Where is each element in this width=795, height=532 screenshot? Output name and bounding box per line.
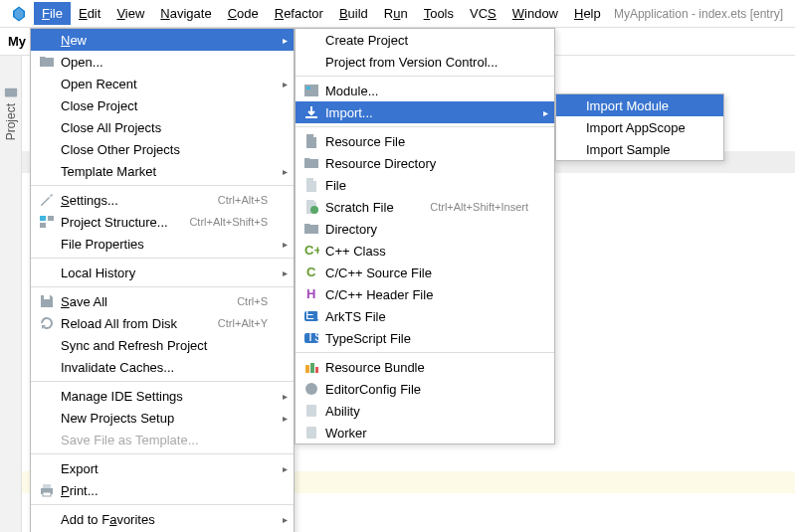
tool-window-bar-left: Project [0, 56, 22, 532]
save-icon [39, 293, 55, 309]
menu-vcs[interactable]: VCS [462, 2, 504, 25]
svg-text:TS: TS [306, 330, 319, 344]
new-submenu: Create Project Project from Version Cont… [295, 28, 555, 444]
svg-rect-2 [48, 216, 54, 221]
file-save-all[interactable]: Save AllCtrl+S [31, 290, 294, 312]
file-dropdown-menu: New▸ Open... Open Recent▸ Close Project … [30, 28, 295, 532]
menu-run[interactable]: Run [376, 2, 416, 25]
new-resource-directory[interactable]: Resource Directory [296, 152, 554, 174]
menu-edit[interactable]: Edit [71, 2, 108, 25]
new-resource-bundle[interactable]: Resource Bundle [296, 356, 554, 378]
bundle-icon [303, 359, 319, 375]
window-title: MyApplication - index.ets [entry] [614, 7, 795, 21]
project-structure-icon [39, 214, 55, 230]
print-icon [39, 482, 55, 498]
svg-rect-20 [310, 363, 314, 373]
new-scratch-file[interactable]: Scratch FileCtrl+Alt+Shift+Insert [296, 196, 554, 218]
import-appscope[interactable]: Import AppScope [556, 116, 723, 138]
editorconfig-icon [303, 381, 319, 397]
project-tool-label[interactable]: Project [4, 103, 18, 140]
file-properties[interactable]: File Properties▸ [31, 233, 294, 255]
svg-point-22 [305, 383, 317, 395]
new-cpp-header[interactable]: HC/C++ Header File [296, 283, 554, 305]
file-open[interactable]: Open... [31, 51, 294, 73]
new-import[interactable]: Import...▸ [296, 101, 554, 123]
reload-icon [39, 315, 55, 331]
new-directory[interactable]: Directory [296, 218, 554, 240]
new-ability[interactable]: Ability [296, 400, 554, 422]
menu-separator [31, 185, 294, 186]
new-cpp-source[interactable]: CC/C++ Source File [296, 262, 554, 283]
module-icon [303, 83, 319, 98]
svg-rect-3 [40, 223, 46, 228]
svg-rect-1 [40, 216, 46, 221]
new-worker[interactable]: Worker [296, 422, 554, 443]
file-project-structure[interactable]: Project Structure...Ctrl+Alt+Shift+S [31, 211, 294, 233]
new-arkts-file[interactable]: ETSArkTS File [296, 305, 554, 327]
new-project-from-vcs[interactable]: Project from Version Control... [296, 51, 554, 73]
file-manage-ide-settings[interactable]: Manage IDE Settings▸ [31, 385, 294, 407]
import-module[interactable]: Import Module [556, 94, 723, 116]
file-local-history[interactable]: Local History▸ [31, 262, 294, 283]
file-template-market[interactable]: Template Market▸ [31, 160, 294, 182]
file-close-other-projects[interactable]: Close Other Projects [31, 138, 294, 160]
file-sync-refresh[interactable]: Sync and Refresh Project [31, 334, 294, 356]
ability-icon [303, 403, 319, 419]
menu-help[interactable]: Help [566, 2, 609, 25]
menu-build[interactable]: Build [331, 2, 376, 25]
menu-separator [296, 126, 554, 127]
menu-window[interactable]: Window [504, 2, 566, 25]
file-settings[interactable]: Settings...Ctrl+Alt+S [31, 189, 294, 211]
file-print[interactable]: Print... [31, 479, 294, 501]
svg-text:H: H [306, 286, 315, 301]
file-icon [303, 133, 319, 149]
new-create-project[interactable]: Create Project [296, 29, 554, 51]
file-invalidate-caches[interactable]: Invalidate Caches... [31, 356, 294, 378]
app-logo [10, 5, 28, 23]
file-export[interactable]: Export▸ [31, 457, 294, 479]
svg-text:C: C [306, 265, 316, 279]
new-cpp-class[interactable]: C+C++ Class [296, 240, 554, 262]
menu-separator [296, 76, 554, 77]
project-tool-icon[interactable] [4, 86, 18, 99]
menu-refactor[interactable]: Refactor [267, 2, 331, 25]
svg-rect-23 [306, 405, 316, 417]
new-module[interactable]: Module... [296, 80, 554, 101]
menu-separator [31, 504, 294, 505]
menu-file[interactable]: File [34, 2, 71, 25]
file-close-all-projects[interactable]: Close All Projects [31, 116, 294, 138]
toolbar-breadcrumb: My [8, 34, 26, 49]
new-editorconfig[interactable]: EditorConfig File [296, 378, 554, 400]
new-file[interactable]: File [296, 174, 554, 196]
file-new[interactable]: New▸ [31, 29, 294, 51]
import-sample[interactable]: Import Sample [556, 138, 723, 160]
file-new-projects-setup[interactable]: New Projects Setup▸ [31, 407, 294, 429]
ts-icon: TS [303, 330, 319, 346]
file-open-recent[interactable]: Open Recent▸ [31, 73, 294, 94]
menu-tools[interactable]: Tools [416, 2, 462, 25]
arkts-icon: ETS [303, 308, 319, 324]
svg-rect-19 [305, 365, 309, 373]
file-reload[interactable]: Reload All from DiskCtrl+Alt+Y [31, 312, 294, 334]
import-icon [303, 104, 319, 120]
scratch-icon [303, 199, 319, 215]
new-resource-file[interactable]: Resource File [296, 130, 554, 152]
file-save-as-template: Save File as Template... [31, 429, 294, 450]
file-add-favorites[interactable]: Add to Favorites▸ [31, 508, 294, 530]
svg-rect-21 [315, 367, 318, 373]
svg-text:ETS: ETS [305, 308, 319, 322]
file-close-project[interactable]: Close Project [31, 94, 294, 116]
menu-code[interactable]: Code [220, 2, 267, 25]
svg-rect-6 [43, 484, 51, 488]
file-icon [303, 177, 319, 193]
worker-icon [303, 425, 319, 441]
svg-rect-9 [306, 87, 310, 89]
menu-view[interactable]: View [108, 2, 152, 25]
h-file-icon: H [303, 286, 319, 302]
menu-navigate[interactable]: Navigate [152, 2, 219, 25]
menu-separator [31, 258, 294, 259]
new-typescript-file[interactable]: TSTypeScript File [296, 327, 554, 349]
menubar: File Edit View Navigate Code Refactor Bu… [0, 0, 795, 28]
menu-separator [31, 453, 294, 454]
svg-rect-0 [4, 89, 16, 97]
